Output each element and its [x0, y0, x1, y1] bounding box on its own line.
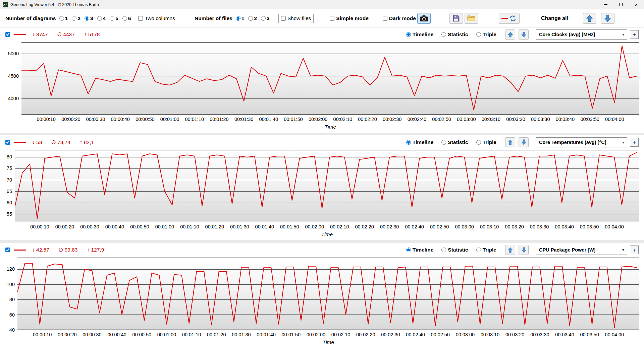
metric-select[interactable]: Core Clocks (avg) [MHz] ▾	[536, 29, 627, 40]
x-tick-label: 00:02:00	[309, 117, 327, 122]
x-tick-label: 00:01:00	[157, 332, 176, 337]
view-timeline-radio[interactable]	[406, 32, 411, 37]
add-metric-button[interactable]: +	[630, 30, 639, 39]
file-count-radio-1[interactable]	[236, 16, 240, 21]
view-timeline-label: Timeline	[413, 139, 434, 145]
diagram-count-radio-5[interactable]	[110, 16, 114, 21]
y-tick-label: 4000	[8, 96, 19, 101]
x-tick-label: 00:03:40	[555, 332, 574, 337]
view-statistic-option[interactable]: Statistic	[441, 31, 468, 38]
series-line	[15, 152, 637, 218]
view-triple-label: Triple	[483, 31, 496, 38]
y-tick-label: 55	[7, 211, 12, 217]
show-files-checkbox[interactable]	[281, 16, 286, 21]
file-count-option-3[interactable]: 3	[261, 15, 270, 21]
view-triple-option[interactable]: Triple	[476, 247, 496, 253]
minimize-icon	[604, 4, 607, 5]
file-count-label-2: 2	[254, 15, 257, 21]
view-statistic-radio[interactable]	[441, 32, 446, 37]
y-tick-label: 60	[9, 312, 15, 318]
metric-select-value: CPU Package Power [W]	[539, 247, 620, 253]
view-timeline-radio[interactable]	[406, 140, 411, 145]
change-all-down-button[interactable]	[601, 13, 614, 24]
simple-mode-checkbox[interactable]	[330, 16, 334, 21]
diagram-count-option-5[interactable]: 5	[110, 15, 118, 21]
screenshot-button[interactable]	[417, 13, 431, 24]
series-enabled-checkbox[interactable]	[5, 248, 10, 252]
panel-2-header: ↓ 53 ∅ 73,74 ↑ 82,1 Timeline Statistic T…	[0, 135, 644, 149]
diagram-count-option-1[interactable]: 1	[59, 15, 68, 21]
two-columns-checkbox[interactable]	[138, 16, 143, 21]
add-metric-button[interactable]: +	[630, 138, 639, 147]
simple-mode-checkbox-option[interactable]: Simple mode	[330, 15, 368, 21]
diagram-count-label-4: 4	[103, 15, 106, 21]
two-columns-checkbox-option[interactable]: Two columns	[138, 15, 175, 21]
view-statistic-option[interactable]: Statistic	[441, 247, 468, 253]
minimize-button[interactable]	[598, 0, 613, 9]
dark-mode-label: Dark mode	[389, 15, 416, 21]
two-columns-label: Two columns	[145, 15, 175, 21]
diagram-count-option-2[interactable]: 2	[72, 15, 80, 21]
diagram-count-label-3: 3	[90, 15, 93, 21]
metric-up-button[interactable]	[505, 137, 515, 147]
y-tick-label: 75	[7, 165, 12, 171]
series-enabled-checkbox[interactable]	[5, 140, 10, 145]
view-timeline-radio[interactable]	[406, 248, 411, 252]
diagram-count-radio-3[interactable]	[85, 16, 89, 21]
series-color-swatch	[14, 142, 26, 143]
metric-up-button[interactable]	[505, 245, 515, 255]
dark-mode-checkbox[interactable]	[383, 16, 387, 21]
close-button[interactable]: ×	[629, 0, 644, 9]
maximize-button[interactable]	[613, 0, 629, 9]
file-count-option-1[interactable]: 1	[236, 15, 245, 21]
view-timeline-option[interactable]: Timeline	[406, 31, 434, 38]
view-triple-option[interactable]: Triple	[476, 139, 496, 145]
series-enabled-checkbox[interactable]	[5, 32, 10, 37]
view-triple-radio[interactable]	[476, 248, 481, 252]
view-statistic-radio[interactable]	[441, 140, 446, 145]
reload-series-button[interactable]	[499, 13, 520, 24]
diagram-count-option-6[interactable]: 6	[122, 15, 131, 21]
metric-down-button[interactable]	[519, 137, 529, 147]
x-tick-label: 00:01:50	[284, 117, 303, 122]
diagram-count-radio-6[interactable]	[122, 16, 127, 21]
x-tick-label: 00:03:50	[580, 224, 599, 229]
open-file-button[interactable]	[465, 13, 478, 24]
view-triple-radio[interactable]	[476, 140, 481, 145]
file-count-radio-3[interactable]	[261, 16, 266, 21]
diagram-count-radio-2[interactable]	[72, 16, 76, 21]
metric-select[interactable]: CPU Package Power [W] ▾	[536, 245, 627, 255]
x-tick-label: 00:00:30	[80, 224, 99, 229]
x-axis-title: Time	[15, 231, 639, 239]
up-arrow-icon	[508, 247, 513, 253]
metric-down-button[interactable]	[519, 29, 529, 40]
series-max: ↑ 127,9	[87, 247, 104, 253]
view-triple-radio[interactable]	[476, 32, 481, 37]
y-tick-label: 60	[7, 200, 12, 205]
metric-down-button[interactable]	[519, 245, 529, 255]
show-files-checkbox-option[interactable]: Show files	[278, 14, 314, 23]
dark-mode-checkbox-option[interactable]: Dark mode	[383, 15, 416, 21]
x-tick-label: 00:01:30	[232, 332, 251, 337]
file-count-option-2[interactable]: 2	[248, 15, 257, 21]
view-timeline-option[interactable]: Timeline	[406, 247, 434, 253]
change-all-up-button[interactable]	[583, 13, 596, 24]
file-count-radio-2[interactable]	[248, 16, 253, 21]
diagram-count-radio-1[interactable]	[59, 16, 64, 21]
diagram-count-radio-4[interactable]	[97, 16, 102, 21]
metric-up-button[interactable]	[505, 29, 515, 40]
metric-select[interactable]: Core Temperatures (avg) [°C] ▾	[536, 137, 627, 147]
view-triple-option[interactable]: Triple	[476, 31, 496, 38]
diagram-count-option-3[interactable]: 3	[85, 15, 93, 21]
save-button[interactable]	[449, 13, 463, 24]
view-timeline-label: Timeline	[413, 247, 434, 253]
view-statistic-option[interactable]: Statistic	[441, 139, 468, 145]
x-tick-label: 00:02:30	[381, 332, 400, 337]
x-tick-label: 00:02:50	[432, 117, 451, 122]
view-statistic-radio[interactable]	[441, 248, 446, 252]
x-tick-label: 00:01:10	[180, 224, 199, 229]
series-avg: ∅ 73,74	[51, 139, 70, 145]
add-metric-button[interactable]: +	[630, 246, 639, 254]
diagram-count-option-4[interactable]: 4	[97, 15, 106, 21]
view-timeline-option[interactable]: Timeline	[406, 139, 434, 145]
